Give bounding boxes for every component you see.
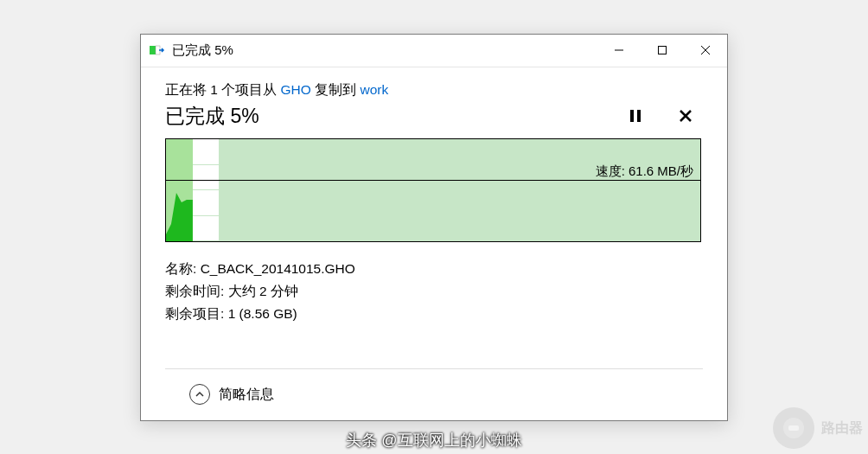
- dialog-content: 正在将 1 个项目从 GHO 复制到 work 已完成 5% 速度: 61.6 …: [141, 67, 727, 420]
- copy-status-line: 正在将 1 个项目从 GHO 复制到 work: [165, 81, 703, 99]
- toggle-details-link[interactable]: 简略信息: [189, 384, 274, 405]
- watermark-icon: [773, 407, 814, 449]
- items-label: 剩余项目:: [165, 306, 228, 321]
- detail-items: 剩余项目: 1 (8.56 GB): [165, 303, 703, 325]
- name-label: 名称:: [165, 261, 201, 276]
- maximize-button[interactable]: [641, 34, 684, 67]
- minimize-button[interactable]: [597, 34, 641, 67]
- chevron-up-icon: [189, 384, 210, 405]
- speed-label: 速度: 61.6 MB/秒: [596, 163, 693, 180]
- detail-time: 剩余时间: 大约 2 分钟: [165, 280, 703, 303]
- copy-progress-icon: [150, 43, 165, 57]
- svg-rect-8: [788, 425, 799, 431]
- window-controls: [597, 34, 727, 67]
- svg-rect-0: [150, 46, 156, 54]
- svg-rect-5: [637, 110, 641, 122]
- progress-heading-row: 已完成 5%: [165, 103, 703, 130]
- time-label: 剩余时间:: [165, 284, 228, 298]
- window-title: 已完成 5%: [172, 42, 233, 59]
- name-value: C_BACK_20141015.GHO: [201, 261, 355, 276]
- image-caption: 头条 @互联网上的小蜘蛛: [346, 430, 521, 451]
- time-value: 大约 2 分钟: [228, 284, 298, 298]
- detail-name: 名称: C_BACK_20141015.GHO: [165, 258, 703, 280]
- svg-rect-3: [659, 47, 667, 54]
- svg-point-7: [783, 418, 804, 438]
- status-middle: 复制到: [311, 82, 361, 97]
- chart-reference-line: [166, 180, 700, 181]
- close-button[interactable]: [684, 34, 727, 67]
- pause-button[interactable]: [623, 104, 648, 128]
- dialog-footer: 简略信息: [165, 368, 703, 420]
- source-link[interactable]: GHO: [281, 82, 311, 97]
- toggle-details-label: 简略信息: [219, 386, 274, 404]
- cancel-button[interactable]: [673, 104, 698, 128]
- titlebar: 已完成 5%: [141, 35, 727, 67]
- svg-rect-4: [630, 110, 634, 122]
- status-prefix: 正在将 1 个项目从: [165, 82, 281, 97]
- watermark-text: 路由器: [821, 419, 863, 438]
- progress-heading: 已完成 5%: [165, 103, 259, 130]
- watermark: 路由器: [773, 407, 863, 449]
- destination-link[interactable]: work: [360, 82, 388, 97]
- items-value: 1 (8.56 GB): [228, 306, 297, 321]
- chart-progress-fill: [166, 139, 193, 241]
- file-copy-dialog: 已完成 5% 正在将 1 个项目从 GHO 复制到 work 已完成 5%: [140, 34, 728, 421]
- speed-chart[interactable]: 速度: 61.6 MB/秒: [165, 138, 701, 242]
